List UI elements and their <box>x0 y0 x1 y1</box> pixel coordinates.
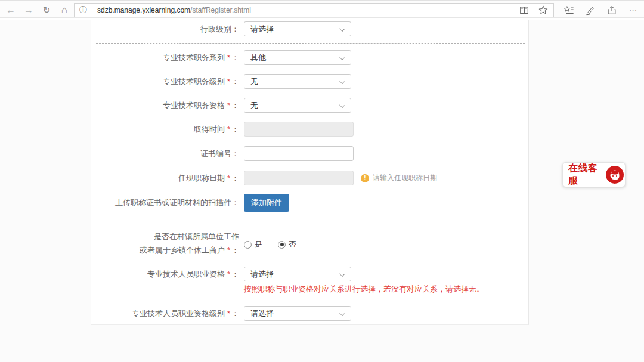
select-value: 其他 <box>250 53 266 62</box>
cert-no-input[interactable] <box>244 146 354 161</box>
field-label: 专业技术人员职业资格级别*： <box>91 306 239 321</box>
back-icon[interactable]: ← <box>4 4 18 17</box>
field-label: 是否在村镇所属单位工作 或者属于乡镇个体工商户*： <box>91 230 239 257</box>
form-row-title-date: 任现职称日期*： ! 请输入任现职称日期 <box>91 171 528 185</box>
qualification-select[interactable]: 无 <box>244 98 351 113</box>
required-mark: * <box>227 101 230 110</box>
village-label-line2: 或者属于乡镇个体工商户*： <box>91 243 239 257</box>
chevron-down-icon <box>339 79 345 84</box>
field-label: 专业技术职务系列*： <box>91 50 239 65</box>
online-service-badge[interactable]: 在线客服 <box>562 162 626 187</box>
forward-icon[interactable]: → <box>21 4 36 17</box>
form-row-upload: 上传职称证书或证明材料的扫描件： 添加附件 <box>91 194 528 212</box>
warning-icon: ! <box>361 174 369 182</box>
admin-level-select[interactable]: 请选择 <box>244 21 351 36</box>
form-row-qualification: 专业技术职务资格*： 无 <box>91 98 528 113</box>
page-background: 行政级别： 请选择 专业技术职务系列*： 其他 专业技术职务级别*： <box>0 20 644 362</box>
select-value: 请选择 <box>250 270 274 279</box>
staff-register-form: 行政级别： 请选择 专业技术职务系列*： 其他 专业技术职务级别*： <box>91 20 529 325</box>
obtain-time-input <box>244 122 354 137</box>
required-mark: * <box>227 246 230 255</box>
chevron-down-icon <box>339 103 345 108</box>
required-mark: * <box>227 174 230 182</box>
field-label: 任现职称日期*： <box>91 171 239 185</box>
web-note-pen-icon[interactable] <box>580 1 601 18</box>
field-label: 取得时间*： <box>91 122 239 137</box>
divider <box>92 6 92 14</box>
dashed-divider <box>96 43 525 44</box>
url-path: /staffRegister.shtml <box>190 6 251 14</box>
required-mark: * <box>227 77 230 86</box>
share-icon[interactable] <box>601 1 623 18</box>
site-info-icon[interactable]: ⓘ <box>79 5 87 16</box>
prof-qual-hint: 按照职称与职业资格对应关系进行选择，若没有对应关系，请选择无。 <box>244 284 484 295</box>
reading-view-icon[interactable] <box>519 5 530 16</box>
favorite-star-icon[interactable] <box>538 5 549 16</box>
chevron-down-icon <box>339 271 345 277</box>
online-service-label: 在线客服 <box>568 162 604 187</box>
form-row-obtain-time: 取得时间*： <box>91 122 528 137</box>
field-label: 上传职称证书或证明材料的扫描件： <box>91 194 239 212</box>
required-mark: * <box>227 125 230 134</box>
refresh-icon[interactable]: ↻ <box>39 4 54 17</box>
form-row-prof-qual-level: 专业技术人员职业资格级别*： 请选择 <box>91 306 528 321</box>
form-row-admin-level: 行政级别： 请选择 <box>91 21 528 36</box>
form-row-prof-qual: 专业技术人员职业资格*： 请选择 按照职称与职业资格对应关系进行选择，若没有对应… <box>91 267 528 294</box>
prof-qual-select[interactable]: 请选择 <box>244 267 351 281</box>
chevron-down-icon <box>339 26 345 32</box>
select-value: 请选择 <box>250 24 274 33</box>
form-row-cert-no: 证书编号： <box>91 146 528 161</box>
radio-yes-label[interactable]: 是 <box>255 239 262 250</box>
url-text[interactable]: sdzb.manage.yxlearning.com/staffRegister… <box>97 6 251 14</box>
field-label: 专业技术职务资格*： <box>91 98 239 113</box>
title-date-input <box>244 171 354 185</box>
select-value: 无 <box>250 77 258 86</box>
village-label-line1: 是否在村镇所属单位工作 <box>91 230 239 243</box>
radio-no-label[interactable]: 否 <box>289 239 296 250</box>
select-value: 无 <box>250 101 258 110</box>
address-bar[interactable]: ⓘ sdzb.manage.yxlearning.com/staffRegist… <box>74 3 554 17</box>
field-label: 证书编号： <box>91 146 239 161</box>
favorites-hub-icon[interactable] <box>558 1 580 18</box>
form-row-village: 是否在村镇所属单位工作 或者属于乡镇个体工商户*： 是 否 <box>91 230 528 258</box>
select-value: 请选择 <box>250 309 274 318</box>
home-icon[interactable]: ⌂ <box>57 4 72 17</box>
chevron-down-icon <box>339 55 345 60</box>
prof-qual-level-select[interactable]: 请选择 <box>244 306 351 321</box>
more-menu-icon[interactable]: ⋯ <box>623 1 644 18</box>
radio-yes[interactable] <box>244 241 252 249</box>
customer-service-headset-icon <box>605 165 625 185</box>
form-row-series: 专业技术职务系列*： 其他 <box>91 50 528 65</box>
add-attachment-button[interactable]: 添加附件 <box>244 194 289 212</box>
radio-no[interactable] <box>278 241 286 249</box>
url-domain: sdzb.manage.yxlearning.com <box>97 6 190 14</box>
chevron-down-icon <box>339 311 345 316</box>
browser-toolbar: ← → ↻ ⌂ ⓘ sdzb.manage.yxlearning.com/sta… <box>0 0 644 18</box>
field-label: 专业技术人员职业资格*： <box>91 267 239 281</box>
field-label: 行政级别： <box>91 21 239 36</box>
series-select[interactable]: 其他 <box>244 50 351 65</box>
required-mark: * <box>227 309 230 318</box>
title-date-hint: 请输入任现职称日期 <box>373 173 437 183</box>
form-row-level: 专业技术职务级别*： 无 <box>91 74 528 89</box>
required-mark: * <box>227 270 230 279</box>
level-select[interactable]: 无 <box>244 74 351 89</box>
required-mark: * <box>227 53 230 62</box>
field-label: 专业技术职务级别*： <box>91 74 239 89</box>
